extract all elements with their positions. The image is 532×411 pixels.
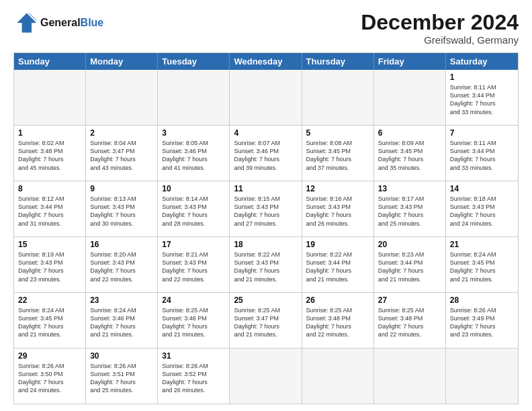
- calendar-cell: 13Sunrise: 8:17 AMSunset: 3:43 PMDayligh…: [374, 181, 446, 236]
- cell-line: Sunset: 3:46 PM: [162, 314, 225, 322]
- calendar-cell: 8Sunrise: 8:12 AMSunset: 3:44 PMDaylight…: [14, 181, 86, 236]
- header-day-sunday: Sunday: [14, 53, 86, 70]
- cell-line: Sunset: 3:43 PM: [18, 259, 81, 267]
- cell-line: and 30 minutes.: [90, 220, 153, 228]
- day-number: 22: [18, 295, 81, 305]
- calendar-cell: 6Sunrise: 8:09 AMSunset: 3:45 PMDaylight…: [374, 126, 446, 181]
- cell-line: Daylight: 7 hours: [306, 267, 369, 275]
- cell-line: Sunset: 3:46 PM: [162, 147, 225, 155]
- calendar-cell: 17Sunrise: 8:21 AMSunset: 3:43 PMDayligh…: [158, 237, 230, 292]
- cell-line: Daylight: 7 hours: [162, 211, 225, 219]
- cell-line: Sunset: 3:48 PM: [378, 314, 441, 322]
- title-block: December 2024 Greifswald, Germany: [361, 11, 519, 46]
- cell-line: Daylight: 7 hours: [18, 211, 81, 219]
- cell-line: Sunset: 3:47 PM: [90, 147, 153, 155]
- day-number: 7: [450, 128, 514, 138]
- cell-line: Sunset: 3:44 PM: [18, 203, 81, 211]
- cell-line: Daylight: 7 hours: [234, 155, 297, 163]
- cell-line: Sunrise: 8:24 AM: [90, 306, 153, 314]
- cell-line: Sunset: 3:44 PM: [450, 147, 514, 155]
- cell-line: and 21 minutes.: [162, 330, 225, 338]
- cell-line: Daylight: 7 hours: [378, 155, 441, 163]
- day-number: 6: [378, 128, 441, 138]
- day-number: 30: [90, 351, 153, 361]
- cell-line: Sunrise: 8:11 AM: [450, 83, 514, 91]
- cell-line: and 22 minutes.: [90, 275, 153, 283]
- calendar-cell: 1Sunrise: 8:02 AMSunset: 3:48 PMDaylight…: [14, 126, 86, 181]
- cell-line: Sunset: 3:43 PM: [90, 259, 153, 267]
- cell-line: Daylight: 7 hours: [90, 378, 153, 386]
- cell-line: and 21 minutes.: [306, 275, 369, 283]
- cell-line: Sunrise: 8:02 AM: [18, 139, 81, 147]
- calendar-row-1: 1Sunrise: 8:02 AMSunset: 3:48 PMDaylight…: [14, 125, 518, 181]
- cell-line: Sunset: 3:43 PM: [90, 203, 153, 211]
- calendar: SundayMondayTuesdayWednesdayThursdayFrid…: [13, 52, 519, 404]
- calendar-cell: 25Sunrise: 8:25 AMSunset: 3:47 PMDayligh…: [230, 293, 302, 348]
- cell-line: Sunrise: 8:25 AM: [162, 306, 225, 314]
- cell-line: Daylight: 7 hours: [162, 267, 225, 275]
- cell-line: and 24 minutes.: [450, 220, 514, 228]
- cell-line: and 21 minutes.: [18, 330, 81, 338]
- cell-line: Daylight: 7 hours: [234, 211, 297, 219]
- cell-line: Sunrise: 8:25 AM: [306, 306, 369, 314]
- calendar-cell: 11Sunrise: 8:15 AMSunset: 3:43 PMDayligh…: [230, 181, 302, 236]
- cell-line: and 23 minutes.: [18, 275, 81, 283]
- calendar-cell: 16Sunrise: 8:20 AMSunset: 3:43 PMDayligh…: [86, 237, 158, 292]
- subtitle: Greifswald, Germany: [361, 34, 519, 46]
- cell-line: Sunrise: 8:14 AM: [162, 195, 225, 203]
- day-number: 13: [378, 184, 441, 193]
- calendar-row-3: 15Sunrise: 8:19 AMSunset: 3:43 PMDayligh…: [14, 236, 518, 292]
- cell-line: Sunset: 3:50 PM: [18, 370, 81, 378]
- header-day-wednesday: Wednesday: [230, 53, 302, 70]
- cell-line: Sunrise: 8:26 AM: [90, 362, 153, 370]
- cell-line: Sunset: 3:43 PM: [234, 203, 297, 211]
- cell-line: Sunset: 3:48 PM: [306, 314, 369, 322]
- cell-line: Sunset: 3:46 PM: [90, 314, 153, 322]
- calendar-cell: [230, 70, 302, 125]
- header-day-friday: Friday: [374, 53, 446, 70]
- cell-line: Sunrise: 8:22 AM: [306, 250, 369, 259]
- cell-line: Daylight: 7 hours: [162, 322, 225, 330]
- cell-line: Daylight: 7 hours: [90, 267, 153, 275]
- cell-line: Sunset: 3:44 PM: [306, 259, 369, 267]
- cell-line: Sunrise: 8:23 AM: [378, 250, 441, 259]
- cell-line: Sunrise: 8:05 AM: [162, 139, 225, 147]
- calendar-cell: 9Sunrise: 8:13 AMSunset: 3:43 PMDaylight…: [86, 181, 158, 236]
- cell-line: Sunset: 3:45 PM: [306, 147, 369, 155]
- header-day-tuesday: Tuesday: [158, 53, 230, 70]
- cell-line: Daylight: 7 hours: [162, 155, 225, 163]
- day-number: 24: [162, 295, 225, 305]
- cell-line: Sunset: 3:45 PM: [378, 147, 441, 155]
- header-day-monday: Monday: [86, 53, 158, 70]
- day-number: 11: [234, 184, 297, 193]
- calendar-cell: 14Sunrise: 8:18 AMSunset: 3:43 PMDayligh…: [446, 181, 518, 236]
- day-number: 15: [18, 240, 81, 249]
- cell-line: Sunset: 3:43 PM: [162, 259, 225, 267]
- day-number: 23: [90, 295, 153, 305]
- day-number: 29: [18, 351, 81, 361]
- logo: GeneralBlue: [13, 11, 103, 35]
- cell-line: Sunset: 3:46 PM: [234, 147, 297, 155]
- cell-line: Daylight: 7 hours: [234, 267, 297, 275]
- page: GeneralBlue December 2024 Greifswald, Ge…: [0, 0, 532, 411]
- calendar-cell: 24Sunrise: 8:25 AMSunset: 3:46 PMDayligh…: [158, 293, 230, 348]
- day-number: 9: [90, 184, 153, 193]
- cell-line: Sunrise: 8:22 AM: [234, 250, 297, 259]
- cell-line: Sunset: 3:44 PM: [378, 259, 441, 267]
- cell-line: and 21 minutes.: [378, 275, 441, 283]
- cell-line: Daylight: 7 hours: [450, 155, 514, 163]
- cell-line: Daylight: 7 hours: [450, 211, 514, 219]
- calendar-row-5: 29Sunrise: 8:26 AMSunset: 3:50 PMDayligh…: [14, 348, 518, 404]
- calendar-cell: 21Sunrise: 8:24 AMSunset: 3:45 PMDayligh…: [446, 237, 518, 292]
- cell-line: Sunrise: 8:19 AM: [18, 250, 81, 259]
- cell-line: Sunrise: 8:25 AM: [234, 306, 297, 314]
- cell-line: and 21 minutes.: [234, 330, 297, 338]
- cell-line: Sunrise: 8:17 AM: [378, 195, 441, 203]
- cell-line: Sunrise: 8:21 AM: [162, 250, 225, 259]
- header: GeneralBlue December 2024 Greifswald, Ge…: [13, 11, 519, 46]
- cell-line: Daylight: 7 hours: [18, 322, 81, 330]
- calendar-cell: 2Sunrise: 8:04 AMSunset: 3:47 PMDaylight…: [86, 126, 158, 181]
- cell-line: Sunrise: 8:24 AM: [450, 250, 514, 259]
- cell-line: Sunrise: 8:24 AM: [18, 306, 81, 314]
- calendar-cell: [302, 70, 374, 125]
